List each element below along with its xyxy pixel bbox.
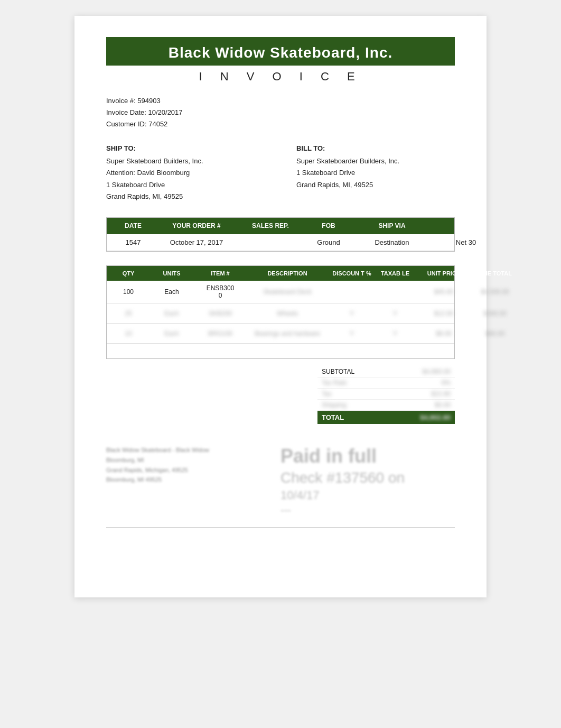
cell-discount-3: Y [331, 330, 373, 337]
totals-box: SUBTOTAL $4,880.00 Tax Rate 6% Tax $22.8… [317, 366, 455, 424]
invoice-number: Invoice #: 594903 [106, 95, 455, 107]
total-label: TOTAL [322, 413, 344, 421]
col-item: ITEM # [197, 270, 244, 277]
order-info-table: DATE YOUR ORDER # SALES REP. FOB SHIP VI… [106, 217, 455, 252]
footer-line1: Black Widow Skateboard - Black Widow [106, 445, 280, 455]
totals-value-3: $22.80 [431, 390, 451, 398]
col-description: DESCRIPTION [245, 270, 330, 277]
total-value: $4,902.80 [420, 413, 451, 421]
bill-to-line3: Grand Rapids, MI, 49525 [296, 179, 455, 191]
col-qty: QTY [110, 270, 147, 277]
cell-desc-2: Wheels [245, 310, 330, 317]
cell-item-2: SKB200 [197, 310, 244, 317]
cell-line-total-3: $80.00 [471, 330, 519, 337]
footer-divider [106, 527, 455, 528]
col-ship-via: SHIP VIA [355, 222, 429, 231]
cell-terms: Net 30 [429, 238, 503, 246]
totals-value-2: 6% [442, 379, 451, 386]
table-row: 25 Each SKB200 Wheels Y Y $12.00 $300.00 [107, 303, 454, 324]
ship-to-line2: Attention: David Bloomburg [106, 167, 265, 179]
col-line-total: LINE TOTAL [471, 270, 519, 277]
cell-sales-rep [239, 238, 302, 246]
cell-units-2: Each [148, 310, 195, 317]
bill-to-label: BILL TO: [296, 143, 455, 154]
totals-label-3: Tax [322, 390, 332, 398]
footer-line2: Bloomburg, MI [106, 455, 280, 465]
cell-line-total-1: $4,500.00 [471, 288, 519, 296]
cell-units-3: Each [148, 330, 195, 337]
col-date: DATE [112, 222, 154, 231]
col-discount: DISCOUN T % [331, 270, 373, 277]
footer-address-block: Black Widow Skateboard - Black Widow Blo… [106, 445, 280, 517]
customer-id: Customer ID: 74052 [106, 118, 455, 130]
col-taxable: TAXAB LE [374, 270, 416, 277]
totals-label-4: Shipping [322, 401, 347, 409]
table-row: 10 Each BRG100 Bearings and hardware Y Y… [107, 324, 454, 344]
paid-check-label: Check #137560 on [280, 469, 455, 486]
cell-unit-price-1: $45.00 [417, 288, 470, 296]
cell-date: 1547 [112, 238, 154, 246]
order-header-row: DATE YOUR ORDER # SALES REP. FOB SHIP VI… [107, 218, 454, 235]
cell-taxable-2: Y [374, 310, 416, 317]
cell-desc-3: Bearings and hardware [245, 330, 330, 337]
cell-fob: Ground [302, 238, 355, 246]
ship-to-line1: Super Skateboard Builders, Inc. [106, 155, 265, 167]
paid-section: Black Widow Skateboard - Black Widow Blo… [106, 445, 455, 517]
cell-your-order: October 17, 2017 [154, 238, 239, 246]
cell-discount-2: Y [331, 310, 373, 317]
col-your-order: YOUR ORDER # [154, 222, 239, 231]
col-terms: TERMS [429, 222, 503, 231]
invoice-meta: Invoice #: 594903 Invoice Date: 10/20/20… [106, 95, 455, 130]
cell-line-total-2: $300.00 [471, 310, 519, 317]
cell-unit-price-3: $8.00 [417, 330, 470, 337]
total-row: TOTAL $4,902.80 [317, 411, 455, 424]
paid-info-block: Paid in full Check #137560 on 10/4/17 --… [280, 445, 455, 517]
cell-qty-3: 10 [110, 330, 147, 337]
col-unit-price: UNIT PRICE [417, 270, 470, 277]
table-row: 100 Each ENSB3000 Skateboard Deck $45.00… [107, 281, 454, 303]
cell-units-1: Each [148, 288, 195, 296]
cell-qty-1: 100 [110, 288, 147, 296]
paid-amount: --- [280, 504, 455, 517]
cell-unit-price-2: $12.00 [417, 310, 470, 317]
invoice-title: I N V O I C E [106, 68, 455, 86]
totals-section: SUBTOTAL $4,880.00 Tax Rate 6% Tax $22.8… [106, 366, 455, 424]
totals-label-2: Tax Rate [322, 379, 347, 386]
ship-to-label: SHIP TO: [106, 143, 265, 154]
ship-to-line3: 1 Skateboard Drive [106, 179, 265, 191]
totals-row-4: Shipping $0.00 [317, 400, 455, 411]
col-sales-rep: SALES REP. [239, 222, 302, 231]
cell-taxable-3: Y [374, 330, 416, 337]
company-banner: Black Widow Skateboard, Inc. [106, 37, 455, 66]
totals-row-3: Tax $22.80 [317, 389, 455, 400]
cell-item-1: ENSB3000 [197, 284, 244, 299]
cell-item-3: BRG100 [197, 330, 244, 337]
items-header-row: QTY UNITS ITEM # DESCRIPTION DISCOUN T %… [107, 266, 454, 281]
paid-status: Paid in full [280, 445, 455, 467]
subtotal-value: $4,880.00 [423, 368, 451, 375]
bill-to-line2: 1 Skateboard Drive [296, 167, 455, 179]
paid-date: 10/4/17 [280, 489, 455, 502]
invoice-date: Invoice Date: 10/20/2017 [106, 107, 455, 118]
cell-qty-2: 25 [110, 310, 147, 317]
table-padding [107, 344, 454, 358]
address-section: SHIP TO: Super Skateboard Builders, Inc.… [106, 143, 455, 202]
subtotal-label: SUBTOTAL [322, 368, 354, 375]
cell-ship-via: Destination [355, 238, 429, 246]
bill-to-line1: Super Skateboarder Builders, Inc. [296, 155, 455, 167]
ship-to-line4: Grand Rapids, MI, 49525 [106, 191, 265, 202]
invoice-page: Black Widow Skateboard, Inc. I N V O I C… [74, 16, 487, 597]
footer-line4: Bloomburg, MI 49525 [106, 475, 280, 485]
company-name: Black Widow Skateboard, Inc. [117, 44, 444, 61]
totals-row-2: Tax Rate 6% [317, 377, 455, 389]
col-fob: FOB [302, 222, 355, 231]
subtotal-row: SUBTOTAL $4,880.00 [317, 366, 455, 377]
cell-desc-1: Skateboard Deck [245, 288, 330, 296]
col-units: UNITS [148, 270, 195, 277]
items-table: QTY UNITS ITEM # DESCRIPTION DISCOUN T %… [106, 265, 455, 359]
footer-line3: Grand Rapids, Michigan, 49525 [106, 465, 280, 475]
bill-to-block: BILL TO: Super Skateboarder Builders, In… [296, 143, 455, 202]
ship-to-block: SHIP TO: Super Skateboard Builders, Inc.… [106, 143, 265, 202]
totals-value-4: $0.00 [435, 401, 451, 409]
order-data-row: 1547 October 17, 2017 Ground Destination… [107, 234, 454, 251]
